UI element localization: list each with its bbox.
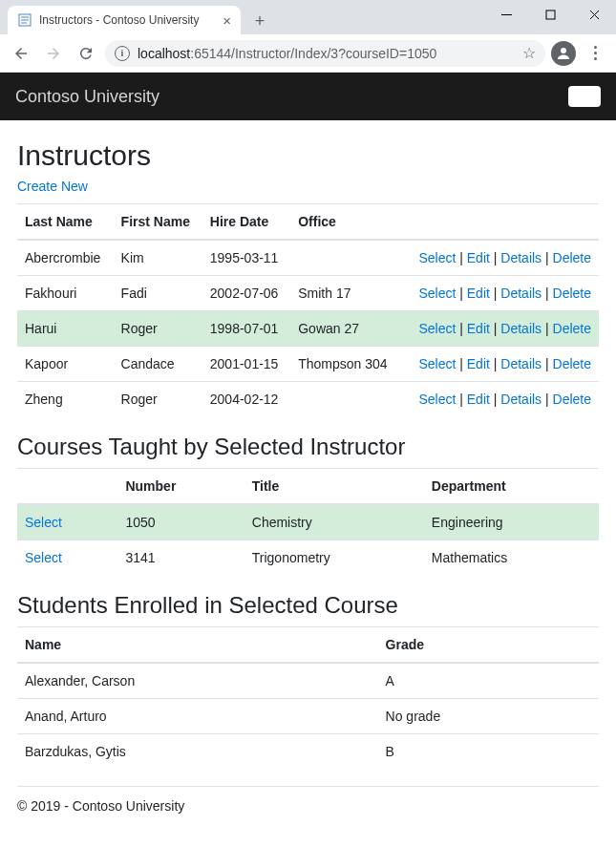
details-link[interactable]: Details [500, 392, 542, 407]
window-controls [484, 0, 616, 29]
edit-link[interactable]: Edit [467, 250, 490, 265]
svg-point-8 [561, 48, 566, 53]
courses-table: Number Title Department Select1050Chemis… [17, 468, 599, 575]
address-bar[interactable]: i localhost:65144/Instructor/Index/3?cou… [105, 40, 545, 67]
table-header-row: Last Name First Name Hire Date Office [17, 204, 599, 241]
table-row: Select3141TrigonometryMathematics [17, 540, 599, 576]
cell-hire-date: 2004-02-12 [202, 382, 290, 417]
cell-department: Mathematics [424, 540, 599, 576]
select-link[interactable]: Select [418, 321, 456, 336]
details-link[interactable]: Details [500, 250, 542, 265]
browser-menu-button[interactable] [582, 40, 608, 67]
footer-text: © 2019 - Contoso University [17, 798, 599, 829]
cell-name: Barzdukas, Gytis [17, 734, 378, 770]
edit-link[interactable]: Edit [467, 356, 490, 371]
col-title: Title [244, 469, 424, 505]
select-link[interactable]: Select [418, 250, 456, 265]
edit-link[interactable]: Edit [467, 321, 490, 336]
delete-link[interactable]: Delete [553, 250, 591, 265]
cell-first-name: Kim [114, 240, 202, 276]
svg-rect-5 [546, 11, 555, 19]
cell-first-name: Candace [114, 347, 202, 382]
cell-last-name: Harui [17, 311, 114, 347]
cell-first-name: Roger [114, 382, 202, 417]
select-link[interactable]: Select [418, 392, 456, 407]
cell-first-name: Roger [114, 311, 202, 347]
select-link[interactable]: Select [418, 286, 456, 301]
details-link[interactable]: Details [500, 321, 542, 336]
cell-grade: A [378, 663, 599, 699]
tab-close-icon[interactable]: × [223, 13, 231, 28]
select-link[interactable]: Select [25, 550, 62, 565]
details-link[interactable]: Details [500, 356, 542, 371]
col-last-name: Last Name [17, 204, 114, 241]
cell-title: Trigonometry [244, 540, 424, 576]
cell-hire-date: 2002-07-06 [202, 276, 290, 311]
table-header-row: Number Title Department [17, 469, 599, 505]
cell-last-name: Kapoor [17, 347, 114, 382]
cell-office: Smith 17 [290, 276, 400, 311]
details-link[interactable]: Details [500, 286, 542, 301]
cell-grade: No grade [378, 699, 599, 734]
cell-hire-date: 2001-01-15 [202, 347, 290, 382]
table-row: Barzdukas, GytisB [17, 734, 599, 770]
url-text: localhost:65144/Instructor/Index/3?cours… [138, 46, 515, 61]
cell-office: Gowan 27 [290, 311, 400, 347]
cell-select: Select [17, 504, 117, 540]
close-button[interactable] [572, 0, 616, 29]
cell-office [290, 240, 400, 276]
col-department: Department [424, 469, 599, 505]
forward-button[interactable] [40, 40, 67, 67]
cell-grade: B [378, 734, 599, 770]
table-row: FakhouriFadi2002-07-06Smith 17Select | E… [17, 276, 599, 311]
site-navbar: Contoso University [0, 73, 616, 120]
edit-link[interactable]: Edit [467, 392, 490, 407]
cell-name: Alexander, Carson [17, 663, 378, 699]
cell-actions: Select | Edit | Details | Delete [401, 311, 599, 347]
select-link[interactable]: Select [25, 515, 62, 530]
select-link[interactable]: Select [418, 356, 456, 371]
table-row: HaruiRoger1998-07-01Gowan 27Select | Edi… [17, 311, 599, 347]
create-new-link[interactable]: Create New [17, 179, 88, 194]
col-actions [401, 204, 599, 241]
delete-link[interactable]: Delete [553, 356, 591, 371]
back-button[interactable] [8, 40, 34, 67]
col-office: Office [290, 204, 400, 241]
browser-toolbar: i localhost:65144/Instructor/Index/3?cou… [0, 34, 616, 73]
page-container: Instructors Create New Last Name First N… [0, 120, 616, 846]
cell-hire-date: 1998-07-01 [202, 311, 290, 347]
browser-tab[interactable]: Instructors - Contoso University × [8, 6, 241, 34]
profile-avatar[interactable] [551, 41, 576, 66]
table-row: Select1050ChemistryEngineering [17, 504, 599, 540]
cell-number: 1050 [117, 504, 244, 540]
reload-button[interactable] [73, 40, 99, 67]
instructors-table: Last Name First Name Hire Date Office Ab… [17, 203, 599, 416]
page-title: Instructors [17, 139, 599, 172]
table-row: ZhengRoger2004-02-12Select | Edit | Deta… [17, 382, 599, 417]
navbar-right-control[interactable] [568, 86, 601, 107]
maximize-button[interactable] [528, 0, 572, 29]
cell-last-name: Fakhouri [17, 276, 114, 311]
cell-name: Anand, Arturo [17, 699, 378, 734]
bookmark-star-icon[interactable]: ☆ [522, 44, 536, 62]
cell-office: Thompson 304 [290, 347, 400, 382]
minimize-button[interactable] [484, 0, 528, 29]
cell-number: 3141 [117, 540, 244, 576]
delete-link[interactable]: Delete [553, 286, 591, 301]
col-first-name: First Name [114, 204, 202, 241]
site-info-icon[interactable]: i [115, 46, 130, 61]
new-tab-button[interactable]: + [246, 8, 273, 34]
cell-title: Chemistry [244, 504, 424, 540]
cell-actions: Select | Edit | Details | Delete [401, 276, 599, 311]
browser-chrome: Instructors - Contoso University × + i l… [0, 0, 616, 73]
delete-link[interactable]: Delete [553, 321, 591, 336]
cell-office [290, 382, 400, 417]
table-header-row: Name Grade [17, 627, 599, 664]
navbar-brand[interactable]: Contoso University [15, 87, 159, 107]
table-row: AbercrombieKim1995-03-11Select | Edit | … [17, 240, 599, 276]
delete-link[interactable]: Delete [553, 392, 591, 407]
cell-actions: Select | Edit | Details | Delete [401, 347, 599, 382]
courses-heading: Courses Taught by Selected Instructor [17, 434, 599, 460]
cell-select: Select [17, 540, 117, 576]
edit-link[interactable]: Edit [467, 286, 490, 301]
